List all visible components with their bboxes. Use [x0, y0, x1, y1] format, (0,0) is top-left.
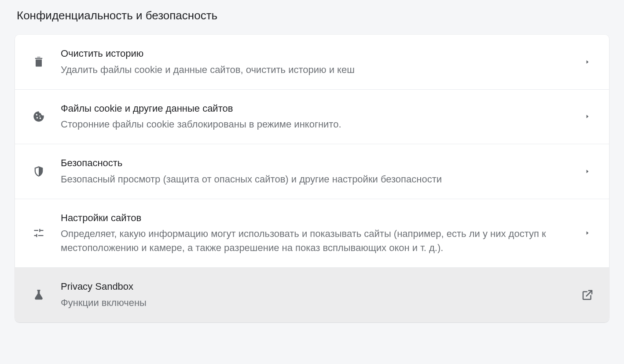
privacy-security-card: Очистить историю Удалить файлы cookie и … [15, 35, 609, 322]
shield-icon [33, 165, 45, 178]
row-title: Безопасность [61, 157, 569, 170]
site-settings-row[interactable]: Настройки сайтов Определяет, какую инфор… [15, 199, 609, 268]
row-title: Очистить историю [61, 47, 569, 60]
row-title: Настройки сайтов [61, 211, 569, 225]
trash-icon [33, 56, 45, 68]
open-in-new-icon [580, 288, 595, 302]
row-desc: Безопасный просмотр (защита от опасных с… [61, 172, 569, 186]
row-desc: Сторонние файлы cookie заблокированы в р… [61, 117, 569, 131]
privacy-sandbox-row[interactable]: Privacy Sandbox Функции включены [15, 268, 609, 322]
chevron-right-icon [580, 230, 595, 236]
cookie-icon [33, 110, 45, 123]
security-row[interactable]: Безопасность Безопасный просмотр (защита… [15, 144, 609, 199]
sliders-icon [33, 227, 45, 239]
cookies-row[interactable]: Файлы cookie и другие данные сайтов Стор… [15, 90, 609, 145]
row-desc: Определяет, какую информацию могут испол… [61, 227, 569, 255]
chevron-right-icon [580, 59, 595, 65]
section-title: Конфиденциальность и безопасность [17, 9, 609, 22]
row-title: Privacy Sandbox [61, 280, 569, 293]
flask-icon [33, 289, 45, 301]
clear-history-row[interactable]: Очистить историю Удалить файлы cookie и … [15, 35, 609, 90]
row-title: Файлы cookie и другие данные сайтов [61, 102, 569, 115]
row-desc: Удалить файлы cookie и данные сайтов, оч… [61, 63, 569, 77]
chevron-right-icon [580, 113, 595, 120]
row-desc: Функции включены [61, 296, 569, 310]
chevron-right-icon [580, 168, 595, 175]
